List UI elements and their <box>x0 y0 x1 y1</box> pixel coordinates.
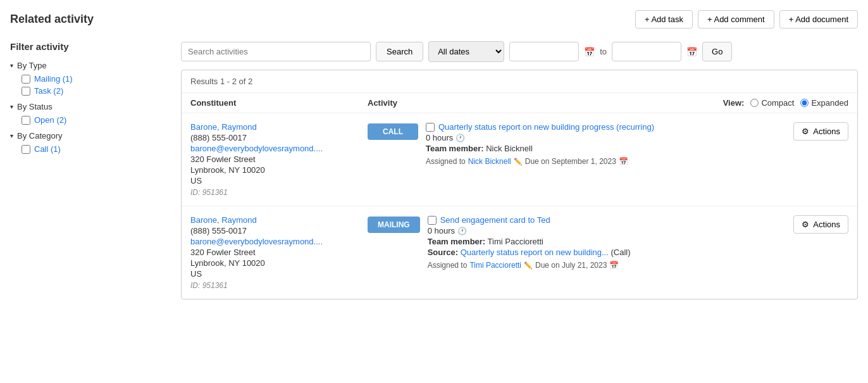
constituent-name-1[interactable]: Barone, Raymond <box>190 122 257 132</box>
filter-group-category-header[interactable]: ▾ By Category <box>10 131 168 141</box>
filter-task-link[interactable]: Task (2) <box>34 86 63 96</box>
gear-icon-1: ⚙ <box>802 127 809 136</box>
sidebar-title: Filter activity <box>10 41 168 52</box>
constituent-country-2: US <box>190 269 368 279</box>
constituent-address2-1: Lynbrook, NY 10020 <box>190 165 368 175</box>
due-label-1: Due on September 1, 2023 <box>525 157 616 166</box>
calendar-from-icon: 📅 <box>584 47 595 57</box>
constituent-email-1[interactable]: barone@everybodylovesraymond.... <box>190 144 368 153</box>
constituent-column-header: Constituent <box>190 98 368 108</box>
filter-group-status-header[interactable]: ▾ By Status <box>10 102 168 111</box>
source-link-2[interactable]: Quarterly status report on new building.… <box>461 248 609 257</box>
assigned-label-2: Assigned to <box>428 261 468 270</box>
filter-call-link[interactable]: Call (1) <box>34 144 61 154</box>
date-range-select[interactable]: All dates <box>428 41 504 62</box>
view-options: View: Compact Expanded <box>723 98 848 108</box>
source-type-2: (Call) <box>611 248 630 257</box>
activity-checkbox-1[interactable] <box>426 123 435 132</box>
team-member-1: Team member: Nick Bicknell <box>426 144 787 153</box>
compact-radio[interactable] <box>750 99 759 107</box>
activity-link-2[interactable]: Send engagement card to Ted <box>440 215 550 225</box>
date-to-input[interactable] <box>612 42 681 61</box>
filter-open-checkbox[interactable] <box>22 116 30 125</box>
calendar-icon-1: 📅 <box>619 157 628 166</box>
activity-checkbox-row-2: Send engagement card to Ted <box>428 215 788 225</box>
activity-details-1: Quarterly status report on new building … <box>426 122 787 166</box>
search-button[interactable]: Search <box>376 42 423 61</box>
page-title: Related activity <box>10 13 94 26</box>
content-area: Search All dates 📅 to 📅 Go Results 1 - 2… <box>181 41 858 299</box>
actions-button-1[interactable]: ⚙ Actions <box>793 122 848 141</box>
constituent-info-2: Barone, Raymond (888) 555-0017 barone@ev… <box>190 215 368 290</box>
compact-view-option[interactable]: Compact <box>750 98 794 108</box>
search-input[interactable] <box>181 42 371 61</box>
clock-icon-2: 🕐 <box>457 227 467 235</box>
clock-icon-1: 🕐 <box>456 134 465 142</box>
calendar-to-icon: 📅 <box>686 47 697 57</box>
actions-label-2: Actions <box>813 220 840 229</box>
filter-call-checkbox[interactable] <box>22 145 30 154</box>
filter-item-call: Call (1) <box>22 144 168 154</box>
activity-hours-1: 0 hours 🕐 <box>426 133 787 142</box>
activity-info-1: CALL Quarterly status report on new buil… <box>368 122 787 166</box>
filter-mailing-link[interactable]: Mailing (1) <box>34 74 73 84</box>
filter-group-type-header[interactable]: ▾ By Type <box>10 61 168 70</box>
source-label-2: Source: <box>428 248 458 257</box>
activity-checkbox-row-1: Quarterly status report on new building … <box>426 122 787 132</box>
expanded-view-option[interactable]: Expanded <box>800 98 848 108</box>
due-label-2: Due on July 21, 2023 <box>535 261 607 270</box>
header-buttons: + Add task + Add comment + Add document <box>635 10 858 28</box>
constituent-address1-2: 320 Fowler Street <box>190 248 368 257</box>
team-member-name-2: Timi Paccioretti <box>488 237 543 246</box>
compact-label: Compact <box>761 98 794 108</box>
activity-badge-2: MAILING <box>368 217 420 233</box>
actions-label-1: Actions <box>813 127 840 136</box>
constituent-phone-1: (888) 555-0017 <box>190 133 368 142</box>
table-row: Barone, Raymond (888) 555-0017 barone@ev… <box>182 206 857 299</box>
hours-label-2: 0 hours <box>428 226 455 235</box>
assigned-link-1[interactable]: Nick Bicknell <box>468 157 511 166</box>
constituent-phone-2: (888) 555-0017 <box>190 226 368 235</box>
team-member-label-1: Team member: <box>426 144 484 153</box>
assigned-label-1: Assigned to <box>426 157 466 166</box>
team-member-2: Team member: Timi Paccioretti <box>428 237 788 246</box>
search-bar: Search All dates 📅 to 📅 Go <box>181 41 858 62</box>
edit-icon-1[interactable]: ✏️ <box>514 158 523 166</box>
edit-icon-2[interactable]: ✏️ <box>524 261 533 270</box>
constituent-id-1: ID: 951361 <box>190 188 368 197</box>
constituent-name-2[interactable]: Barone, Raymond <box>190 215 257 225</box>
filter-group-category: ▾ By Category Call (1) <box>10 131 168 154</box>
assigned-line-1: Assigned to Nick Bicknell ✏️ Due on Sept… <box>426 157 787 166</box>
results-header: Results 1 - 2 of 2 <box>182 70 857 93</box>
add-task-button[interactable]: + Add task <box>635 10 693 28</box>
activity-hours-2: 0 hours 🕐 <box>428 226 788 235</box>
filter-open-link[interactable]: Open (2) <box>34 115 66 125</box>
activity-details-2: Send engagement card to Ted 0 hours 🕐 Te… <box>428 215 788 270</box>
date-to-separator: to <box>600 47 607 56</box>
assigned-line-2: Assigned to Timi Paccioretti ✏️ Due on J… <box>428 261 788 270</box>
expanded-radio[interactable] <box>800 99 809 107</box>
chevron-down-icon: ▾ <box>10 103 13 110</box>
team-member-label-2: Team member: <box>428 237 486 246</box>
constituent-email-2[interactable]: barone@everybodylovesraymond.... <box>190 237 368 246</box>
date-from-input[interactable] <box>509 42 579 61</box>
filter-mailing-checkbox[interactable] <box>22 75 30 84</box>
filter-group-status: ▾ By Status Open (2) <box>10 102 168 125</box>
expanded-label: Expanded <box>811 98 848 108</box>
add-comment-button[interactable]: + Add comment <box>698 10 774 28</box>
actions-button-2[interactable]: ⚙ Actions <box>793 215 848 234</box>
filter-item-mailing: Mailing (1) <box>22 74 168 84</box>
filter-task-checkbox[interactable] <box>22 87 30 96</box>
activity-column-header: Activity <box>368 98 723 108</box>
actions-col-1: ⚙ Actions <box>793 122 848 141</box>
hours-label-1: 0 hours <box>426 133 453 142</box>
activity-link-1[interactable]: Quarterly status report on new building … <box>438 122 654 132</box>
table-row: Barone, Raymond (888) 555-0017 barone@ev… <box>182 113 857 206</box>
column-headers: Constituent Activity View: Compact Expan… <box>182 93 857 113</box>
assigned-link-2[interactable]: Timi Paccioretti <box>469 261 521 270</box>
go-button[interactable]: Go <box>702 42 732 61</box>
activity-checkbox-2[interactable] <box>428 216 437 225</box>
constituent-address2-2: Lynbrook, NY 10020 <box>190 258 368 268</box>
add-document-button[interactable]: + Add document <box>779 10 858 28</box>
constituent-country-1: US <box>190 176 368 185</box>
